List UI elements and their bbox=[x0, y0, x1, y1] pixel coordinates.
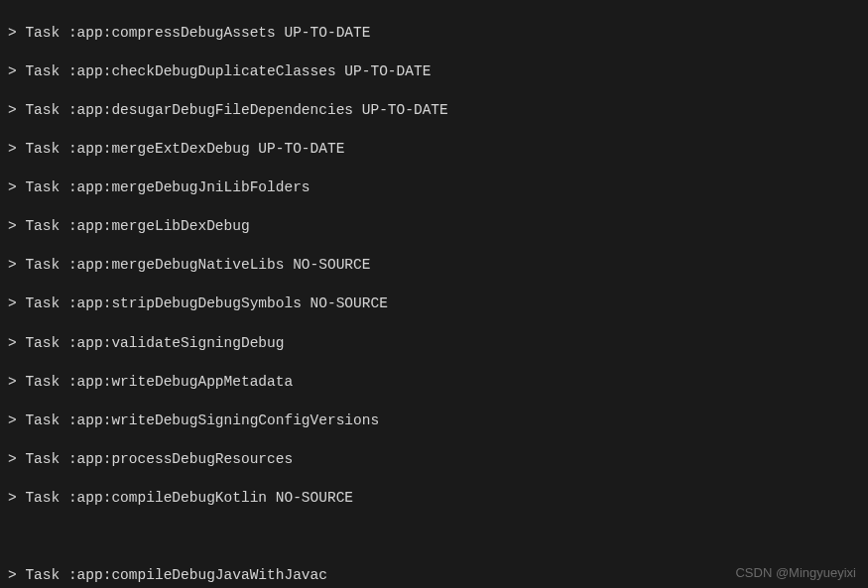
task-line: > Task :app:mergeExtDexDebug UP-TO-DATE bbox=[8, 140, 860, 160]
task-line: > Task :app:writeDebugSigningConfigVersi… bbox=[8, 412, 860, 431]
task-line: > Task :app:compileDebugJavaWithJavac bbox=[8, 566, 860, 586]
task-line: > Task :app:mergeDebugNativeLibs NO-SOUR… bbox=[8, 256, 860, 276]
terminal-output: > Task :app:compressDebugAssets UP-TO-DA… bbox=[8, 4, 860, 588]
task-line: > Task :app:mergeDebugJniLibFolders bbox=[8, 178, 860, 198]
task-line: > Task :app:processDebugResources bbox=[8, 450, 860, 470]
task-line: > Task :app:checkDebugDuplicateClasses U… bbox=[8, 62, 860, 82]
task-line: > Task :app:stripDebugDebugSymbols NO-SO… bbox=[8, 294, 860, 314]
task-line: > Task :app:desugarDebugFileDependencies… bbox=[8, 101, 860, 121]
watermark: CSDN @Mingyueyixi bbox=[735, 564, 856, 582]
blank-line bbox=[8, 528, 860, 547]
task-line: > Task :app:mergeLibDexDebug bbox=[8, 217, 860, 237]
task-line: > Task :app:writeDebugAppMetadata bbox=[8, 373, 860, 393]
task-line: > Task :app:validateSigningDebug bbox=[8, 334, 860, 354]
task-line: > Task :app:compileDebugKotlin NO-SOURCE bbox=[8, 489, 860, 509]
task-line: > Task :app:compressDebugAssets UP-TO-DA… bbox=[8, 24, 860, 44]
